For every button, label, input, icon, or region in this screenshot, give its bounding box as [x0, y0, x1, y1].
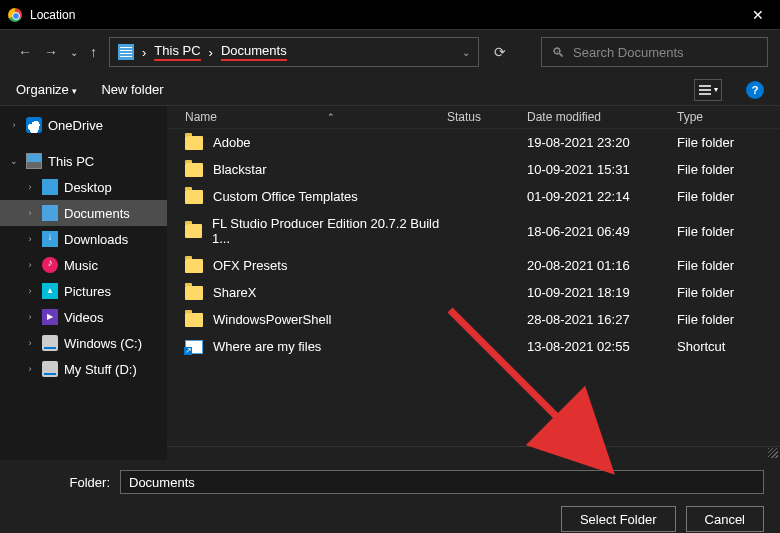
- file-date: 10-09-2021 15:31: [527, 162, 677, 177]
- file-row[interactable]: FL Studio Producer Edition 20.7.2 Build …: [167, 210, 780, 252]
- search-input[interactable]: 🔍︎ Search Documents: [541, 37, 768, 67]
- nav-row: ← → ⌄ ↑ › This PC › Documents ⌄ ⟳ 🔍︎ Sea…: [0, 30, 780, 74]
- refresh-button[interactable]: ⟳: [485, 44, 515, 60]
- status-strip: [167, 446, 780, 460]
- file-type: Shortcut: [677, 339, 780, 354]
- up-button[interactable]: ↑: [90, 44, 97, 60]
- cancel-button[interactable]: Cancel: [686, 506, 764, 532]
- file-list: Adobe19-08-2021 23:20File folderBlacksta…: [167, 129, 780, 446]
- file-date: 20-08-2021 01:16: [527, 258, 677, 273]
- breadcrumb-this-pc[interactable]: This PC: [154, 43, 200, 61]
- cloud-icon: [26, 117, 42, 133]
- titlebar: Location ✕: [0, 0, 780, 30]
- sidebar-item-pictures[interactable]: ›Pictures: [0, 278, 167, 304]
- toolbar: Organize ▾ New folder ▾ ?: [0, 74, 780, 106]
- organize-button[interactable]: Organize ▾: [16, 82, 77, 97]
- chrome-icon: [8, 8, 22, 22]
- sidebar-item-label: Pictures: [64, 284, 111, 299]
- file-date: 19-08-2021 23:20: [527, 135, 677, 150]
- chevron-right-icon: ›: [209, 45, 213, 60]
- sidebar-item-label: This PC: [48, 154, 94, 169]
- sidebar-item-desktop[interactable]: ›Desktop: [0, 174, 167, 200]
- sidebar-item-downloads[interactable]: ›Downloads: [0, 226, 167, 252]
- sidebar-item-my-stuff-d-[interactable]: ›My Stuff (D:): [0, 356, 167, 382]
- music-icon: [42, 257, 58, 273]
- file-row[interactable]: Custom Office Templates01-09-2021 22:14F…: [167, 183, 780, 210]
- forward-button[interactable]: →: [44, 44, 58, 60]
- sidebar-item-music[interactable]: ›Music: [0, 252, 167, 278]
- folder-icon: [185, 286, 203, 300]
- address-bar[interactable]: › This PC › Documents ⌄: [109, 37, 479, 67]
- folder-icon: [185, 313, 203, 327]
- help-button[interactable]: ?: [746, 81, 764, 99]
- documents-icon: [118, 44, 134, 60]
- sort-arrow-icon: ⌃: [327, 112, 335, 122]
- view-options-button[interactable]: ▾: [694, 79, 722, 101]
- column-status[interactable]: Status: [447, 110, 527, 124]
- drive-icon: [42, 361, 58, 377]
- file-row[interactable]: Where are my files13-08-2021 02:55Shortc…: [167, 333, 780, 360]
- chevron-icon: ›: [24, 234, 36, 244]
- address-dropdown[interactable]: ⌄: [462, 47, 470, 58]
- select-folder-button[interactable]: Select Folder: [561, 506, 676, 532]
- folder-input[interactable]: [120, 470, 764, 494]
- chevron-icon: ›: [24, 260, 36, 270]
- sidebar-item-onedrive[interactable]: ›OneDrive: [0, 112, 167, 138]
- file-type: File folder: [677, 162, 780, 177]
- file-type: File folder: [677, 285, 780, 300]
- folder-icon: [185, 136, 203, 150]
- folder-icon: [185, 259, 203, 273]
- sidebar-item-label: OneDrive: [48, 118, 103, 133]
- folder-icon: [185, 224, 202, 238]
- sidebar-item-label: Desktop: [64, 180, 112, 195]
- pics-icon: [42, 283, 58, 299]
- close-icon[interactable]: ✕: [744, 7, 772, 23]
- file-name: ShareX: [213, 285, 256, 300]
- file-row[interactable]: Adobe19-08-2021 23:20File folder: [167, 129, 780, 156]
- sidebar-item-windows-c-[interactable]: ›Windows (C:): [0, 330, 167, 356]
- chevron-icon: ⌄: [8, 156, 20, 166]
- column-name[interactable]: Name⌃: [167, 110, 447, 124]
- breadcrumb-documents[interactable]: Documents: [221, 43, 287, 61]
- file-row[interactable]: ShareX10-09-2021 18:19File folder: [167, 279, 780, 306]
- sidebar-item-label: Documents: [64, 206, 130, 221]
- file-type: File folder: [677, 135, 780, 150]
- column-type[interactable]: Type: [677, 110, 780, 124]
- sidebar-item-this-pc[interactable]: ⌄This PC: [0, 148, 167, 174]
- file-name: WindowsPowerShell: [213, 312, 332, 327]
- sidebar-item-label: Windows (C:): [64, 336, 142, 351]
- column-date[interactable]: Date modified: [527, 110, 677, 124]
- folder-icon: [185, 190, 203, 204]
- file-row[interactable]: OFX Presets20-08-2021 01:16File folder: [167, 252, 780, 279]
- file-name: Blackstar: [213, 162, 266, 177]
- file-row[interactable]: Blackstar10-09-2021 15:31File folder: [167, 156, 780, 183]
- desktop-icon: [42, 179, 58, 195]
- sidebar-item-videos[interactable]: ›Videos: [0, 304, 167, 330]
- folder-label: Folder:: [16, 475, 110, 490]
- new-folder-button[interactable]: New folder: [101, 82, 163, 97]
- file-date: 13-08-2021 02:55: [527, 339, 677, 354]
- file-name: Where are my files: [213, 339, 321, 354]
- file-name: Custom Office Templates: [213, 189, 358, 204]
- file-name: Adobe: [213, 135, 251, 150]
- file-date: 01-09-2021 22:14: [527, 189, 677, 204]
- chevron-icon: ›: [24, 338, 36, 348]
- file-name: OFX Presets: [213, 258, 287, 273]
- video-icon: [42, 309, 58, 325]
- file-row[interactable]: WindowsPowerShell28-08-2021 16:27File fo…: [167, 306, 780, 333]
- back-button[interactable]: ←: [18, 44, 32, 60]
- drive-icon: [42, 335, 58, 351]
- file-type: File folder: [677, 312, 780, 327]
- recent-dropdown[interactable]: ⌄: [70, 47, 78, 58]
- sidebar-item-label: Music: [64, 258, 98, 273]
- folder-icon: [185, 163, 203, 177]
- resize-grip-icon[interactable]: [768, 448, 778, 458]
- search-placeholder: Search Documents: [573, 45, 684, 60]
- sidebar-item-documents[interactable]: ›Documents: [0, 200, 167, 226]
- file-date: 18-06-2021 06:49: [527, 224, 677, 239]
- chevron-icon: ›: [24, 182, 36, 192]
- file-name: FL Studio Producer Edition 20.7.2 Build …: [212, 216, 447, 246]
- chevron-icon: ›: [24, 364, 36, 374]
- chevron-icon: ›: [24, 208, 36, 218]
- file-type: File folder: [677, 189, 780, 204]
